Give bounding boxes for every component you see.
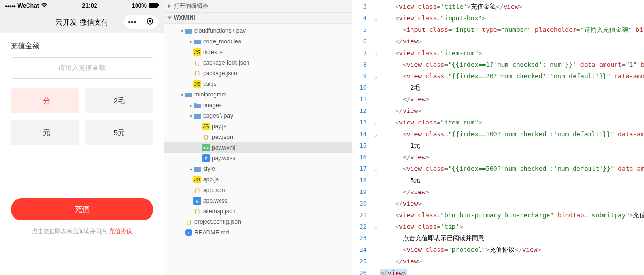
fold-marker xyxy=(371,198,380,209)
code-line[interactable]: <view class="btn btn-primary btn-recharg… xyxy=(380,209,644,221)
fold-marker xyxy=(371,1,380,13)
fold-marker xyxy=(371,82,380,94)
code-line[interactable]: <view class="item-num"> xyxy=(380,117,644,128)
code-line[interactable]: <view class="{{index==500?'num checked':… xyxy=(380,163,644,175)
code-line[interactable]: </view> xyxy=(380,151,644,163)
fold-marker[interactable]: ⌄ xyxy=(371,117,380,128)
code-editor[interactable]: 3456789101112131415161718192021222324252… xyxy=(352,0,644,275)
battery-pct: 100% xyxy=(132,2,147,9)
tree-node[interactable]: JSapp.js xyxy=(164,174,352,185)
chevron-right-icon[interactable]: ▸ xyxy=(188,103,193,108)
code-area[interactable]: <view class='title'>充值金额</view> <view cl… xyxy=(380,0,644,275)
tree-node[interactable]: {}sitemap.json xyxy=(164,206,352,217)
capsule-menu-button[interactable]: ••• xyxy=(123,18,141,27)
code-line[interactable]: </view> xyxy=(380,36,644,47)
tree-node[interactable]: ▸images xyxy=(164,100,352,110)
fold-marker[interactable]: ⌄ xyxy=(371,221,380,233)
code-line[interactable]: <view class="{{index==1?'num checked':'n… xyxy=(380,59,644,70)
code-line[interactable]: <view class="input-box"> xyxy=(380,13,644,24)
tree-label: pages \ pay xyxy=(203,112,233,119)
capsule-close-button[interactable] xyxy=(141,17,159,27)
tree-node[interactable]: <>pay.wxml xyxy=(164,142,352,153)
svg-rect-0 xyxy=(149,3,158,8)
tree-label: package.json xyxy=(203,70,237,77)
code-line[interactable]: 2毛 xyxy=(380,82,644,94)
code-line[interactable]: </view> xyxy=(380,256,644,267)
line-number: 19 xyxy=(352,186,367,198)
protocol-link[interactable]: 充值协议 xyxy=(109,228,132,234)
fold-marker[interactable]: ⌄ xyxy=(371,163,380,175)
tree-label: cloudfunctions \ pay xyxy=(194,28,246,34)
amount-option-1[interactable]: 2毛 xyxy=(85,88,153,113)
tree-label: app.wxss xyxy=(203,197,227,204)
tree-node[interactable]: JSpay.js xyxy=(164,121,352,132)
tree-node[interactable]: #pay.wxss xyxy=(164,153,352,164)
open-editors-section[interactable]: 打开的编辑器 xyxy=(164,0,352,13)
amount-option-2[interactable]: 1元 xyxy=(11,120,79,145)
tree-label: util.js xyxy=(203,81,216,87)
code-line[interactable]: <view class='protocol'>充值协议</view> xyxy=(380,244,644,256)
tree-node[interactable]: JSindex.js xyxy=(164,47,352,57)
amount-input[interactable]: 请输入充值金额 xyxy=(11,57,153,79)
tree-node[interactable]: ▾miniprogram xyxy=(164,89,352,100)
tree-node[interactable]: {}package.json xyxy=(164,68,352,79)
code-line[interactable]: </view> xyxy=(380,267,644,275)
line-number: 10 xyxy=(352,82,367,94)
chevron-right-icon[interactable]: ▸ xyxy=(188,39,193,44)
chevron-down-icon[interactable]: ▾ xyxy=(179,92,185,97)
fold-marker[interactable]: ⌄ xyxy=(371,128,380,140)
tree-node[interactable]: ▸node_modules xyxy=(164,36,352,47)
file-tree: ▾cloudfunctions \ pay▸node_modulesJSinde… xyxy=(164,24,352,240)
tree-node[interactable]: ▸style xyxy=(164,164,352,174)
project-section[interactable]: WXMINI xyxy=(164,13,352,24)
fold-marker xyxy=(371,140,380,151)
chevron-down-icon[interactable]: ▾ xyxy=(179,28,185,34)
fold-marker[interactable]: ⌄ xyxy=(371,47,380,59)
wxml-icon: <> xyxy=(202,144,210,151)
tree-label: pay.json xyxy=(212,134,233,140)
chevron-down-icon[interactable]: ▾ xyxy=(188,113,193,119)
tree-node[interactable]: ▾pages \ pay xyxy=(164,110,352,121)
recharge-button[interactable]: 充值 xyxy=(11,198,153,220)
tree-node[interactable]: {}project.config.json xyxy=(164,217,352,227)
nav-bar: 云开发 微信支付 ••• xyxy=(0,12,164,33)
tree-label: app.json xyxy=(203,187,225,193)
tree-node[interactable]: ▾cloudfunctions \ pay xyxy=(164,26,352,36)
tree-node[interactable]: iREADME.md xyxy=(164,227,352,238)
caret-right-icon xyxy=(168,4,171,8)
code-line[interactable]: <view class="item-num"> xyxy=(380,47,644,59)
signal-dots-icon xyxy=(5,2,15,9)
tree-node[interactable]: JSutil.js xyxy=(164,79,352,89)
fold-marker[interactable]: ⌄ xyxy=(371,70,380,82)
code-line[interactable]: </view> xyxy=(380,94,644,105)
code-line[interactable]: <view class="{{index==100?'num checked':… xyxy=(380,128,644,140)
wxss-icon: # xyxy=(202,154,210,162)
tree-node[interactable]: {}pay.json xyxy=(164,132,352,142)
tree-node[interactable]: #app.wxss xyxy=(164,195,352,206)
tree-node[interactable]: {}app.json xyxy=(164,185,352,195)
status-time: 21:02 xyxy=(82,2,97,9)
code-line[interactable]: <view class="{{index==20?'num checked':'… xyxy=(380,70,644,82)
code-line[interactable]: </view> xyxy=(380,105,644,117)
code-line[interactable]: <view class='tip'> xyxy=(380,221,644,233)
tree-label: sitemap.json xyxy=(203,208,235,215)
tree-node[interactable]: {}package-lock.json xyxy=(164,57,352,68)
code-line[interactable]: </view> xyxy=(380,198,644,209)
code-line[interactable]: 5元 xyxy=(380,175,644,186)
fold-marker xyxy=(371,59,380,70)
chevron-right-icon[interactable]: ▸ xyxy=(188,166,193,172)
code-line[interactable]: 点击充值即表示已阅读并同意 xyxy=(380,233,644,244)
code-line[interactable]: <input class="input" type="number" place… xyxy=(380,24,644,36)
amount-option-0[interactable]: 1分 xyxy=(11,88,79,113)
carrier-label: WeChat xyxy=(17,2,39,9)
code-line[interactable]: </view> xyxy=(380,186,644,198)
folder-open-icon xyxy=(185,91,192,98)
tree-label: project.config.json xyxy=(194,219,241,225)
code-line[interactable]: <view class='title'>充值金额</view> xyxy=(380,1,644,13)
fold-marker[interactable]: ⌄ xyxy=(371,13,380,24)
line-number: 3 xyxy=(352,1,367,13)
code-line[interactable]: 1元 xyxy=(380,140,644,151)
line-number: 17 xyxy=(352,163,367,175)
amount-option-3[interactable]: 5元 xyxy=(85,120,153,145)
js-icon: JS xyxy=(202,123,210,130)
